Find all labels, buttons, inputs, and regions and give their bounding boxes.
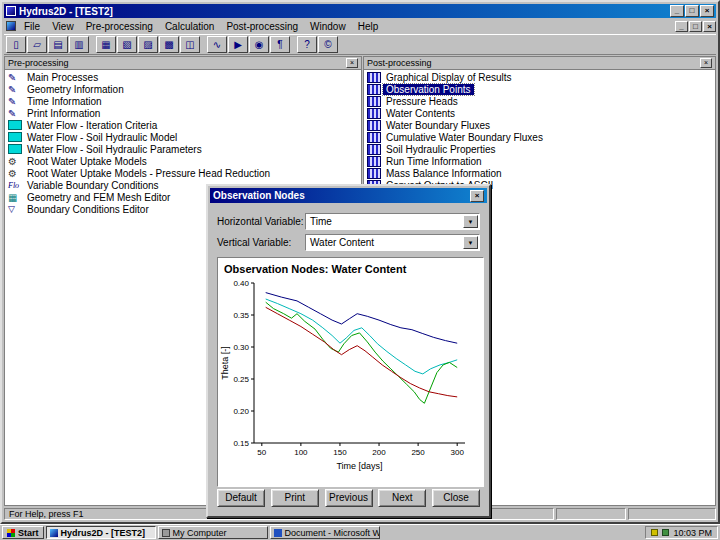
menu-post-processing[interactable]: Post-processing	[220, 20, 304, 33]
word-icon	[274, 529, 282, 537]
svg-text:Theta [-]: Theta [-]	[220, 346, 230, 380]
chart-icon: ∿	[213, 39, 221, 50]
results-icon	[367, 168, 383, 179]
taskbar: Start Hydrus2D - [TEST2] My Computer Doc…	[0, 524, 720, 540]
svg-text:300: 300	[451, 448, 465, 457]
menu-window[interactable]: Window	[304, 20, 352, 33]
dialog-close-button[interactable]: ×	[470, 190, 484, 202]
start-label: Start	[18, 528, 39, 538]
fem-mesh-button[interactable]: ▦	[96, 36, 116, 53]
title-bar[interactable]: Hydrus2D - [TEST2] _ □ ×	[4, 4, 716, 18]
menu-help[interactable]: Help	[352, 20, 385, 33]
domain-button[interactable]: ▧	[117, 36, 137, 53]
taskbar-item-hydrus[interactable]: Hydrus2D - [TEST2]	[46, 526, 156, 539]
start-button[interactable]: Start	[2, 526, 44, 539]
svg-text:250: 250	[411, 448, 425, 457]
list-item-root-water-uptake-models[interactable]: Root Water Uptake Models	[5, 155, 361, 167]
previous-button[interactable]: Previous	[325, 489, 373, 507]
list-item-soil-hydraulic-parameters[interactable]: Water Flow - Soil Hydraulic Parameters	[5, 143, 361, 155]
list-item-run-time-information[interactable]: Run Time Information	[364, 155, 715, 167]
tray-icon[interactable]	[662, 529, 669, 536]
boundary-button[interactable]: ▨	[138, 36, 158, 53]
minimize-button[interactable]: _	[670, 5, 684, 17]
close-button[interactable]: ×	[700, 5, 714, 17]
hydrus-icon	[50, 529, 58, 537]
text-output-button[interactable]: ¶	[270, 36, 290, 53]
child-close-button[interactable]: ×	[703, 21, 716, 32]
list-item-label: Variable Boundary Conditions	[24, 180, 162, 191]
list-item-pressure-heads[interactable]: Pressure Heads	[364, 95, 715, 107]
horizontal-variable-select[interactable]: Time ▼	[305, 213, 480, 230]
water-icon	[8, 144, 24, 155]
about-button[interactable]: ©	[318, 36, 338, 53]
new-file-button[interactable]: ▯	[6, 36, 26, 53]
observation-chart: 501001502002503000.150.200.250.300.350.4…	[218, 275, 477, 473]
vertical-variable-select[interactable]: Water Content ▼	[305, 234, 480, 251]
gear-icon	[8, 168, 24, 179]
close-button[interactable]: Close	[432, 489, 480, 507]
menu-pre-processing[interactable]: Pre-processing	[80, 20, 159, 33]
svg-text:150: 150	[333, 448, 347, 457]
task-label: Hydrus2D - [TEST2]	[61, 528, 146, 538]
panel-close-icon[interactable]: ×	[700, 58, 712, 68]
menu-calculation[interactable]: Calculation	[159, 20, 220, 33]
help-button[interactable]: ?	[297, 36, 317, 53]
task-label: My Computer	[173, 528, 227, 538]
horizontal-variable-value: Time	[310, 216, 332, 227]
open-project-button[interactable]: ▱	[27, 36, 47, 53]
list-item-soil-hydraulic-model[interactable]: Water Flow - Soil Hydraulic Model	[5, 131, 361, 143]
list-item-graphical-display[interactable]: Graphical Display of Results	[364, 71, 715, 83]
next-button[interactable]: Next	[378, 489, 426, 507]
tray-icon[interactable]	[651, 529, 658, 536]
dialog-title-bar[interactable]: Observation Nodes ×	[210, 188, 487, 203]
chevron-down-icon[interactable]: ▼	[463, 236, 478, 249]
list-item-soil-hydraulic-properties[interactable]: Soil Hydraulic Properties	[364, 143, 715, 155]
open-project-icon: ▱	[33, 39, 41, 50]
list-item-observation-points[interactable]: Observation Points	[364, 83, 715, 95]
run-calculation-button[interactable]: ▶	[228, 36, 248, 53]
taskbar-item-word-document[interactable]: Document - Microsoft W...	[270, 526, 380, 539]
list-item-print-information[interactable]: Print Information	[5, 107, 361, 119]
list-item-water-contents[interactable]: Water Contents	[364, 107, 715, 119]
print-button[interactable]: Print	[271, 489, 319, 507]
pencil-icon	[8, 84, 24, 95]
observation-points-button[interactable]: ◉	[249, 36, 269, 53]
print-button[interactable]: ▥	[69, 36, 89, 53]
list-item-geometry-information[interactable]: Geometry Information	[5, 83, 361, 95]
menu-file[interactable]: File	[18, 20, 46, 33]
list-item-iteration-criteria[interactable]: Water Flow - Iteration Criteria	[5, 119, 361, 131]
svg-text:0.40: 0.40	[233, 279, 249, 288]
list-item-pressure-head-reduction[interactable]: Root Water Uptake Models - Pressure Head…	[5, 167, 361, 179]
mdi-child-icon	[6, 21, 16, 31]
screen: Hydrus2D - [TEST2] _ □ × File View Pre-p…	[0, 0, 720, 540]
windows-logo-icon	[7, 529, 15, 537]
run-calculation-icon: ▶	[234, 39, 242, 50]
results-icon	[367, 132, 383, 143]
print-icon: ▥	[74, 39, 83, 50]
svg-text:200: 200	[372, 448, 386, 457]
child-restore-button[interactable]: □	[689, 21, 702, 32]
list-item-mass-balance-information[interactable]: Mass Balance Information	[364, 167, 715, 179]
taskbar-item-my-computer[interactable]: My Computer	[158, 526, 268, 539]
list-item-cumulative-water-boundary-fluxes[interactable]: Cumulative Water Boundary Fluxes	[364, 131, 715, 143]
maximize-button[interactable]: □	[685, 5, 699, 17]
list-item-water-boundary-fluxes[interactable]: Water Boundary Fluxes	[364, 119, 715, 131]
list-item-label: Water Flow - Soil Hydraulic Parameters	[24, 144, 205, 155]
list-item-main-processes[interactable]: Main Processes	[5, 71, 361, 83]
default-button[interactable]: Default	[217, 489, 265, 507]
list-item-label: Main Processes	[24, 72, 101, 83]
save-button[interactable]: ▤	[48, 36, 68, 53]
chart-button[interactable]: ∿	[207, 36, 227, 53]
taskbar-clock: 10:03 PM	[673, 528, 712, 538]
system-tray: 10:03 PM	[645, 526, 718, 539]
list-item-time-information[interactable]: Time Information	[5, 95, 361, 107]
material-button[interactable]: ▩	[159, 36, 179, 53]
chevron-down-icon[interactable]: ▼	[463, 215, 478, 228]
results-display-button[interactable]: ◫	[180, 36, 200, 53]
menu-view[interactable]: View	[46, 20, 80, 33]
list-item-label: Pressure Heads	[383, 96, 461, 107]
save-icon: ▤	[53, 39, 62, 50]
panel-close-icon[interactable]: ×	[346, 58, 358, 68]
child-minimize-button[interactable]: _	[675, 21, 688, 32]
svg-text:0.15: 0.15	[233, 439, 249, 448]
